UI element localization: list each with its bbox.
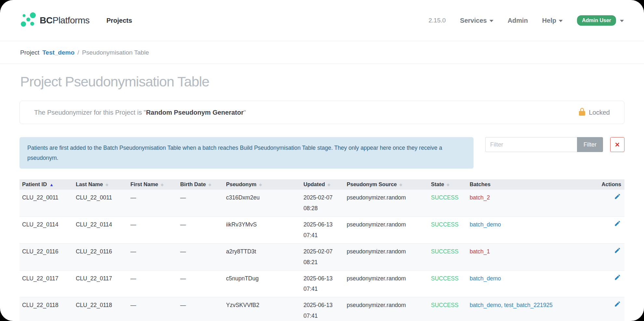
cell-actions <box>574 297 624 321</box>
sort-icon: ◆ <box>328 183 330 186</box>
cell-last-name: CLU_22_0117 <box>73 270 128 297</box>
cell-patient-id: CLU_22_0117 <box>20 270 73 297</box>
col-header-actions: Actions <box>574 179 624 190</box>
cell-pseudonym-source: pseudonymizer.random <box>344 297 428 321</box>
pencil-icon <box>614 303 621 308</box>
sort-icon: ◆ <box>161 183 163 186</box>
sort-icon: ◆ <box>399 183 402 186</box>
cell-batches: batch_demo, test_batch_221925 <box>467 297 574 321</box>
col-header-patient-id[interactable]: Patient ID▲ <box>20 179 73 190</box>
cell-updated: 2025-06-13 07:41 <box>301 270 344 297</box>
cell-state: SUCCESS <box>428 297 467 321</box>
col-header-pseudonym[interactable]: Pseudonym◆ <box>223 179 301 190</box>
batch-link[interactable]: test_batch_221925 <box>504 302 553 308</box>
brand-dots-icon <box>20 12 36 29</box>
batch-link[interactable]: batch_demo <box>470 275 501 282</box>
chevron-down-icon <box>620 20 624 22</box>
col-header-batches: Batches <box>467 179 574 190</box>
breadcrumb-prefix: Project <box>20 49 39 56</box>
cell-last-name: CLU_22_0118 <box>73 297 128 321</box>
brand-logo[interactable]: BCPlatforms <box>20 12 89 29</box>
cell-pseudonym: a2ry8TTD3t <box>223 243 301 270</box>
col-header-state[interactable]: State◆ <box>428 179 467 190</box>
cell-last-name: CLU_22_0116 <box>73 243 128 270</box>
edit-pseudonym-button[interactable] <box>613 246 622 255</box>
cell-updated: 2025-02-07 08:28 <box>301 190 344 217</box>
breadcrumb-separator: / <box>77 49 79 56</box>
cell-state: SUCCESS <box>428 217 467 244</box>
cell-batches: batch_demo <box>467 217 574 244</box>
cell-birth-date: — <box>178 270 223 297</box>
chevron-down-icon <box>559 20 563 22</box>
user-badge[interactable]: Admin User <box>577 15 616 26</box>
col-header-updated[interactable]: Updated◆ <box>301 179 344 190</box>
cell-batches: batch_demo <box>467 270 574 297</box>
cell-updated: 2025-06-13 07:41 <box>301 217 344 244</box>
filter-input[interactable] <box>485 137 577 152</box>
col-header-birth-date[interactable]: Birth Date◆ <box>178 179 223 190</box>
nav-admin[interactable]: Admin <box>508 17 528 24</box>
cell-actions <box>574 217 624 244</box>
sort-icon: ◆ <box>259 183 262 186</box>
cell-patient-id: CLU_22_0114 <box>20 217 73 244</box>
pencil-icon <box>614 196 621 201</box>
chevron-down-icon <box>490 20 493 22</box>
breadcrumb-project-link[interactable]: Test_demo <box>42 49 74 56</box>
edit-pseudonym-button[interactable] <box>613 219 622 228</box>
cell-pseudonym: c316Dxm2eu <box>223 190 301 217</box>
cell-pseudonym: c5nupnTDug <box>223 270 301 297</box>
cell-batches: batch_1 <box>467 243 574 270</box>
page-title: Project Pseudonymisation Table <box>20 74 624 90</box>
col-header-pseudonym-source[interactable]: Pseudonym Source◆ <box>344 179 428 190</box>
batch-link[interactable]: batch_2 <box>470 194 490 201</box>
batch-link[interactable]: batch_demo <box>470 302 501 308</box>
table-row: CLU_22_0117CLU_22_0117——c5nupnTDug2025-0… <box>20 270 624 297</box>
table-row: CLU_22_0118CLU_22_0118——YzvSKVVfB22025-0… <box>20 297 624 321</box>
locked-label: Locked <box>589 109 610 116</box>
cell-first-name: — <box>128 217 178 244</box>
cell-actions <box>574 270 624 297</box>
cell-birth-date: — <box>178 243 223 270</box>
cell-batches: batch_2 <box>467 190 574 217</box>
user-menu[interactable]: Admin User <box>577 15 624 26</box>
cell-first-name: — <box>128 243 178 270</box>
filter-button[interactable]: Filter <box>577 137 603 152</box>
locked-indicator: Locked <box>578 108 610 117</box>
nav-projects[interactable]: Projects <box>106 17 132 24</box>
pseudonymisation-table: Patient ID▲ Last Name◆ First Name◆ Birth… <box>20 179 624 321</box>
table-row: CLU_22_0116CLU_22_0116——a2ry8TTD3t2025-0… <box>20 243 624 270</box>
cell-last-name: CLU_22_0011 <box>73 190 128 217</box>
pseudonymizer-text: The Pseudonymizer for this Project is "R… <box>34 109 246 116</box>
batch-link[interactable]: batch_1 <box>470 248 490 255</box>
edit-pseudonym-button[interactable] <box>613 273 622 282</box>
info-alert: Patients are first added to the Batch Ps… <box>20 137 474 169</box>
top-navbar: BCPlatforms Projects 2.15.0 Services Adm… <box>0 0 644 41</box>
cell-birth-date: — <box>178 217 223 244</box>
col-header-last-name[interactable]: Last Name◆ <box>73 179 128 190</box>
cell-first-name: — <box>128 190 178 217</box>
col-header-first-name[interactable]: First Name◆ <box>128 179 178 190</box>
cell-state: SUCCESS <box>428 190 467 217</box>
batch-separator: , <box>501 302 504 308</box>
sort-icon: ◆ <box>105 183 108 186</box>
app-page: BCPlatforms Projects 2.15.0 Services Adm… <box>0 0 644 321</box>
pencil-icon <box>614 223 621 228</box>
clear-filter-button[interactable]: ✕ <box>610 137 624 152</box>
cell-pseudonym: YzvSKVVfB2 <box>223 297 301 321</box>
breadcrumb-current: Pseudonymisation Table <box>82 49 149 56</box>
table-row: CLU_22_0114CLU_22_0114——iikRv3YMvS2025-0… <box>20 217 624 244</box>
cell-first-name: — <box>128 270 178 297</box>
cell-patient-id: CLU_22_0116 <box>20 243 73 270</box>
edit-pseudonym-button[interactable] <box>613 192 622 201</box>
app-version: 2.15.0 <box>429 17 446 24</box>
pencil-icon <box>614 250 621 255</box>
cell-updated: 2025-06-13 07:41 <box>301 297 344 321</box>
edit-pseudonym-button[interactable] <box>613 300 622 309</box>
sort-icon: ◆ <box>447 183 449 186</box>
batch-link[interactable]: batch_demo <box>470 221 501 228</box>
brand-name: BCPlatforms <box>40 15 89 26</box>
cell-updated: 2025-02-07 08:21 <box>301 243 344 270</box>
nav-help-dropdown[interactable]: Help <box>542 17 563 24</box>
nav-services-dropdown[interactable]: Services <box>460 17 493 24</box>
cell-pseudonym-source: pseudonymizer.random <box>344 190 428 217</box>
